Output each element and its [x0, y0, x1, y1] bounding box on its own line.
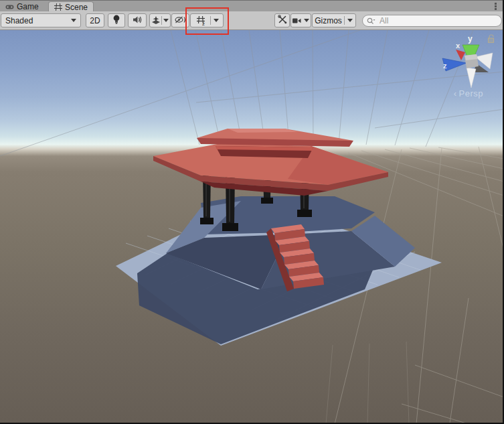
- axis-label-x: x: [456, 42, 460, 50]
- tab-bar: Game Scene: [0, 0, 503, 11]
- axis-label-z: z: [443, 62, 447, 70]
- scene-camera-button[interactable]: [290, 13, 311, 27]
- roof-midbox: [216, 146, 313, 158]
- lightbulb-icon: [112, 15, 120, 27]
- speaker-icon: [133, 15, 142, 26]
- gizmos-dropdown[interactable]: Gizmos: [312, 13, 356, 27]
- gizmos-arrow-icon: [345, 19, 355, 22]
- axis-cone-white-down[interactable]: [467, 68, 476, 88]
- pane-menu-icon[interactable]: [492, 2, 499, 11]
- axis-cone-x[interactable]: [456, 50, 465, 60]
- draw-mode-label: Shaded: [5, 16, 33, 25]
- scene-visibility-button[interactable]: [171, 13, 189, 27]
- projection-label: Persp: [459, 88, 483, 98]
- pagoda-model[interactable]: [0, 30, 442, 346]
- gizmos-label: Gizmos: [313, 16, 344, 25]
- grid-visibility-button[interactable]: z: [190, 13, 224, 27]
- grid-visibility-icon: z: [193, 15, 210, 25]
- chevron-left-icon: ‹: [454, 88, 457, 98]
- scene-lighting-button[interactable]: [108, 13, 125, 27]
- tab-scene[interactable]: Scene: [48, 1, 94, 12]
- scene-viewport[interactable]: y x z ‹ Persp: [0, 30, 504, 424]
- axis-orientation-gizmo[interactable]: y x z: [442, 34, 494, 88]
- axis-label-y: y: [468, 34, 473, 44]
- scene-canvas[interactable]: y x z: [0, 30, 504, 424]
- grid-dropdown-icon[interactable]: [211, 19, 222, 22]
- eye-hidden-icon: [175, 15, 187, 26]
- projection-toggle[interactable]: ‹ Persp: [454, 88, 483, 98]
- tab-scene-label: Scene: [65, 3, 88, 12]
- scene-grid-icon: [54, 3, 62, 11]
- component-tools-button[interactable]: [274, 13, 290, 27]
- scene-search-field[interactable]: [362, 15, 502, 27]
- tab-game-label: Game: [17, 2, 39, 11]
- scene-toolbar: Shaded 2D: [0, 11, 503, 30]
- chevron-down-icon: [71, 19, 76, 22]
- draw-mode-dropdown[interactable]: Shaded: [1, 13, 81, 27]
- camera-dropdown-icon[interactable]: [302, 19, 311, 22]
- lock-icon[interactable]: [489, 35, 494, 43]
- scene-audio-button[interactable]: [128, 13, 147, 27]
- scene-effects-button[interactable]: [149, 13, 171, 27]
- toggle-2d-button[interactable]: 2D: [86, 13, 104, 27]
- effects-dropdown-icon[interactable]: [162, 19, 170, 22]
- toggle-2d-label: 2D: [90, 16, 100, 25]
- wrench-tools-icon: [278, 15, 287, 26]
- unity-scene-window: Game Scene Shaded 2D: [0, 0, 504, 424]
- search-icon[interactable]: [367, 17, 375, 25]
- effects-icon: [150, 16, 161, 25]
- roof-top-tier: [197, 129, 353, 147]
- gamepad-icon: [5, 4, 14, 10]
- grid-axis-label: z: [202, 21, 205, 26]
- tab-game[interactable]: Game: [0, 1, 44, 12]
- camera-icon: [291, 17, 302, 24]
- search-input[interactable]: [378, 15, 497, 26]
